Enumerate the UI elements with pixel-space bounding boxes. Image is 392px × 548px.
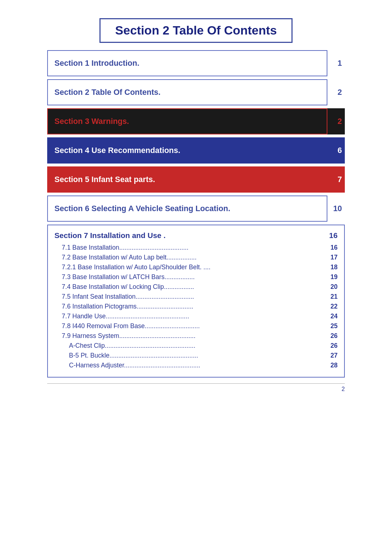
subsection-item-8: 7.8 I440 Removal From Base..............… (54, 321, 338, 331)
section-vehicle-page: 10 (327, 196, 345, 222)
subsection-item-2: 7.2.1 Base Installation w/ Auto Lap/Shou… (54, 262, 338, 272)
subsection-label-3: 7.3 Base Installation w/ LATCH Bars.....… (62, 273, 326, 281)
subsection-label-9: 7.9 Harness System......................… (62, 332, 326, 340)
subsection-label-8: 7.8 I440 Removal From Base..............… (62, 322, 326, 330)
section-row-warnings: Section 3 Warnings . 2 (47, 108, 345, 134)
subsections-list: 7.1 Base Installation...................… (54, 243, 338, 370)
section-use-page: 6 (327, 137, 345, 164)
footer-page-number: 2 (342, 386, 345, 392)
subsection-page-4: 20 (326, 283, 338, 291)
subsection-item-5: 7.5 Infant Seat Installation............… (54, 292, 338, 302)
subsection-item-12: C-Harness Adjuster......................… (54, 360, 338, 370)
subsection-item-3: 7.3 Base Installation w/ LATCH Bars.....… (54, 272, 338, 282)
subsection-label-12: C-Harness Adjuster......................… (69, 362, 326, 369)
section-warnings-label: Section 3 Warnings . (47, 108, 327, 134)
subsection-page-12: 28 (326, 362, 338, 369)
section-row-intro: Section 1 Introduction . 1 (47, 50, 345, 76)
subsection-page-10: 26 (326, 342, 338, 350)
subsection-page-5: 21 (326, 293, 338, 301)
section7-title-row: Section 7 Installation and Use . 16 (54, 231, 338, 240)
subsection-label-1: 7.2 Base Installation w/ Auto Lap belt..… (62, 254, 326, 261)
subsection-label-7: 7.7 Handle Use..........................… (62, 313, 326, 320)
subsection-label-4: 7.4 Base Installation w/ Locking Clip...… (62, 283, 326, 291)
subsection-label-10: A-Chest Clip............................… (69, 342, 326, 350)
subsection-page-8: 25 (326, 322, 338, 330)
section-vehicle-label: Section 6 Selecting A Vehicle Seating Lo… (47, 196, 327, 222)
subsection-item-9: 7.9 Harness System......................… (54, 331, 338, 341)
title-section: Section 2 Table Of Contents (47, 18, 345, 43)
subsection-label-11: B-5 Pt. Buckle..........................… (69, 352, 326, 359)
subsection-label-6: 7.6 Installation Pictograms.............… (62, 303, 326, 310)
subsection-item-10: A-Chest Clip............................… (54, 341, 338, 351)
section-row-toc: Section 2 Table Of Contents . 2 (47, 79, 345, 105)
section-warnings-page: 2 (327, 108, 345, 134)
section-intro-page: 1 (327, 50, 345, 76)
subsection-item-1: 7.2 Base Installation w/ Auto Lap belt..… (54, 253, 338, 262)
page: Section 2 Table Of Contents Section 1 In… (33, 7, 359, 407)
title-box: Section 2 Table Of Contents (99, 18, 292, 43)
subsection-item-7: 7.7 Handle Use..........................… (54, 311, 338, 321)
subsection-page-3: 19 (326, 273, 338, 281)
section-infant-label: Section 5 Infant Seat parts . (47, 166, 327, 193)
footer: 2 (47, 383, 345, 392)
subsection-label-5: 7.5 Infant Seat Installation............… (62, 293, 326, 301)
subsection-page-6: 22 (326, 303, 338, 310)
section-row-use: Section 4 Use Recommendations. 6 (47, 137, 345, 164)
section-row-infant: Section 5 Infant Seat parts . 7 (47, 166, 345, 193)
subsection-item-11: B-5 Pt. Buckle..........................… (54, 351, 338, 360)
subsection-page-9: 26 (326, 332, 338, 340)
section-toc-page: 2 (327, 79, 345, 105)
section7-page: 16 (329, 231, 338, 240)
subsection-label-2: 7.2.1 Base Installation w/ Auto Lap/Shou… (62, 263, 326, 271)
section-intro-label: Section 1 Introduction . (47, 50, 327, 76)
subsection-page-2: 18 (326, 263, 338, 271)
subsection-page-7: 24 (326, 313, 338, 320)
subsection-page-11: 27 (326, 352, 338, 359)
section7-title: Section 7 Installation and Use . (54, 231, 329, 240)
subsection-page-1: 17 (326, 254, 338, 261)
subsection-item-6: 7.6 Installation Pictograms.............… (54, 302, 338, 311)
subsection-label-0: 7.1 Base Installation...................… (62, 244, 326, 251)
section-row-vehicle: Section 6 Selecting A Vehicle Seating Lo… (47, 196, 345, 222)
subsection-item-4: 7.4 Base Installation w/ Locking Clip...… (54, 282, 338, 292)
section-use-label: Section 4 Use Recommendations. (47, 137, 327, 164)
section-infant-page: 7 (327, 166, 345, 193)
page-title: Section 2 Table Of Contents (115, 24, 277, 37)
subsection-page-0: 16 (326, 244, 338, 251)
subsection-item-0: 7.1 Base Installation...................… (54, 243, 338, 253)
section-toc-label: Section 2 Table Of Contents . (47, 79, 327, 105)
section7-block: Section 7 Installation and Use . 16 7.1 … (47, 225, 345, 378)
